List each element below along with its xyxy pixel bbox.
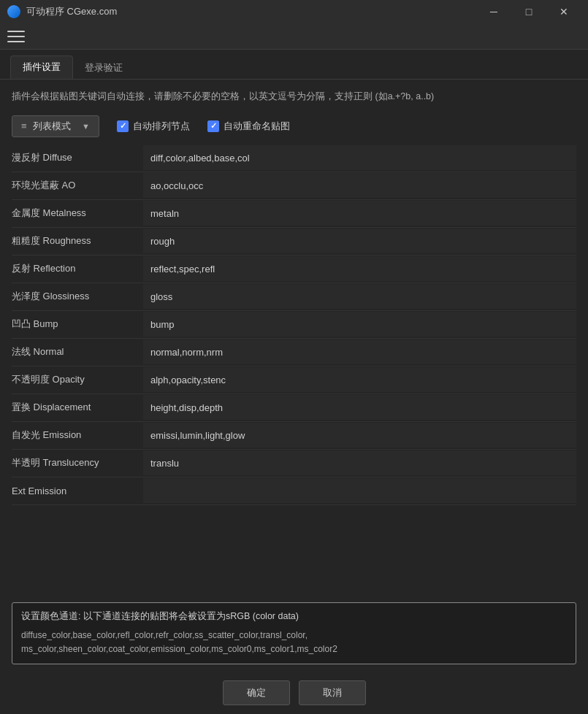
setting-label-0: 漫反射 Diffuse [12, 145, 143, 170]
confirm-button[interactable]: 确定 [223, 680, 290, 705]
auto-rename-label: 自动重命名贴图 [224, 120, 290, 133]
setting-input-1[interactable] [143, 173, 576, 198]
auto-rename-checkbox-box [207, 120, 219, 132]
setting-label-5: 光泽度 Glossiness [12, 284, 143, 309]
footer: 确定 取消 [0, 672, 588, 714]
table-row: 自发光 Emission [12, 422, 576, 450]
cancel-button[interactable]: 取消 [299, 680, 366, 705]
setting-label-1: 环境光遮蔽 AO [12, 173, 143, 198]
setting-input-12[interactable] [143, 478, 576, 503]
table-row: 粗糙度 Roughness [12, 228, 576, 256]
table-row: 置换 Displacement [12, 394, 576, 422]
setting-label-2: 金属度 Metalness [12, 201, 143, 226]
content-area: 插件会根据贴图关键词自动连接，请删除不必要的空格，以英文逗号为分隔，支持正则 (… [0, 80, 588, 714]
tabs-bar: 插件设置 登录验证 [0, 50, 588, 80]
color-channel-content: diffuse_color,base_color,refl_color,refr… [21, 629, 567, 656]
hamburger-menu[interactable] [7, 29, 25, 44]
table-row: 漫反射 Diffuse [12, 145, 576, 172]
auto-arrange-label: 自动排列节点 [133, 120, 190, 133]
auto-arrange-checkbox-box [117, 120, 129, 132]
setting-label-10: 自发光 Emission [12, 423, 143, 448]
hamburger-line2 [7, 36, 25, 37]
table-row: 半透明 Translucency [12, 450, 576, 477]
title-bar-left: 可动程序 CGexe.com [7, 5, 117, 18]
hamburger-line1 [7, 31, 25, 32]
maximize-button[interactable]: □ [512, 0, 546, 23]
settings-rows: 漫反射 Diffuse环境光遮蔽 AO金属度 Metalness粗糙度 Roug… [0, 145, 588, 595]
toolbar-row: ≡ 列表模式 ▼ 自动排列节点 自动重命名贴图 [0, 111, 588, 145]
description-text: 插件会根据贴图关键词自动连接，请删除不必要的空格，以英文逗号为分隔，支持正则 (… [0, 80, 588, 111]
table-row: Ext Emission [12, 477, 576, 505]
auto-rename-checkbox[interactable]: 自动重命名贴图 [207, 120, 290, 133]
setting-input-5[interactable] [143, 284, 576, 309]
list-icon: ≡ [21, 120, 27, 131]
window-controls: ─ □ ✕ [477, 0, 581, 23]
hamburger-line3 [7, 41, 25, 42]
color-channel-box: 设置颜色通道: 以下通道连接的贴图将会被设置为sRGB (color data)… [12, 602, 576, 664]
table-row: 金属度 Metalness [12, 200, 576, 228]
tab-plugin-settings-label: 插件设置 [23, 61, 61, 72]
setting-input-3[interactable] [143, 229, 576, 253]
menu-bar [0, 23, 588, 50]
tab-login-auth[interactable]: 登录验证 [73, 57, 134, 79]
table-row: 不透明度 Opacity [12, 366, 576, 394]
minimize-button[interactable]: ─ [477, 0, 511, 23]
setting-input-6[interactable] [143, 312, 576, 337]
table-row: 光泽度 Glossiness [12, 283, 576, 311]
setting-label-9: 置换 Displacement [12, 395, 143, 420]
window-title: 可动程序 CGexe.com [26, 5, 117, 18]
setting-label-7: 法线 Normal [12, 339, 143, 364]
setting-label-3: 粗糙度 Roughness [12, 229, 143, 253]
auto-arrange-checkbox[interactable]: 自动排列节点 [117, 120, 190, 133]
setting-label-11: 半透明 Translucency [12, 450, 143, 475]
setting-label-6: 凹凸 Bump [12, 312, 143, 337]
setting-input-9[interactable] [143, 395, 576, 420]
setting-input-0[interactable] [143, 145, 576, 170]
close-button[interactable]: ✕ [547, 0, 581, 23]
setting-input-7[interactable] [143, 339, 576, 364]
table-row: 凹凸 Bump [12, 311, 576, 339]
dropdown-label: 列表模式 [33, 120, 71, 133]
tab-login-auth-label: 登录验证 [85, 62, 123, 73]
setting-input-2[interactable] [143, 201, 576, 226]
table-row: 法线 Normal [12, 339, 576, 366]
app-icon [7, 5, 20, 18]
title-bar: 可动程序 CGexe.com ─ □ ✕ [0, 0, 588, 23]
setting-label-8: 不透明度 Opacity [12, 367, 143, 392]
setting-label-12: Ext Emission [12, 480, 143, 502]
setting-input-10[interactable] [143, 423, 576, 448]
setting-label-4: 反射 Reflection [12, 256, 143, 281]
list-mode-dropdown[interactable]: ≡ 列表模式 ▼ [12, 115, 99, 137]
color-channel-title: 设置颜色通道: 以下通道连接的贴图将会被设置为sRGB (color data) [21, 610, 567, 623]
table-row: 环境光遮蔽 AO [12, 172, 576, 200]
tab-plugin-settings[interactable]: 插件设置 [10, 55, 73, 79]
table-row: 反射 Reflection [12, 256, 576, 283]
setting-input-8[interactable] [143, 367, 576, 392]
setting-input-4[interactable] [143, 256, 576, 281]
setting-input-11[interactable] [143, 450, 576, 475]
chevron-down-icon: ▼ [82, 122, 90, 131]
